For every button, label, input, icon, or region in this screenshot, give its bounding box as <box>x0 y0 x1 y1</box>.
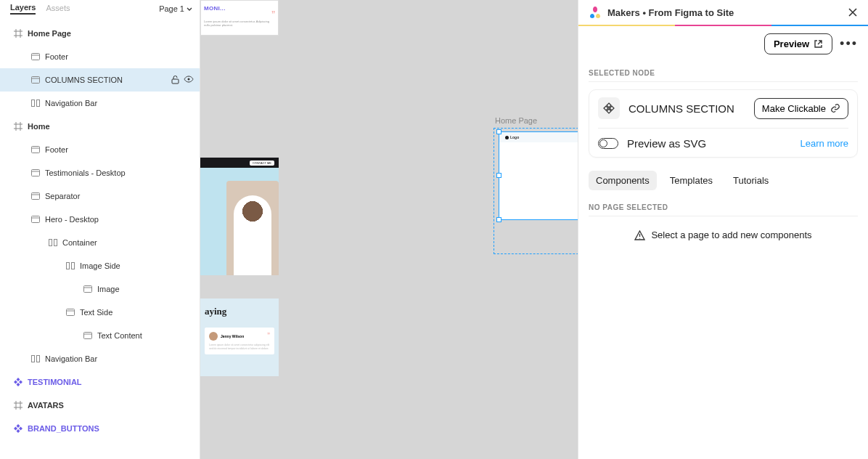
canvas[interactable]: MONI... ” Lorem ipsum dolor sit amet con… <box>200 0 578 459</box>
no-page-label: NO PAGE SELECTED <box>589 196 858 216</box>
plugin-logo-icon <box>589 6 602 19</box>
artboard-tag: MONI... <box>204 5 275 12</box>
layer-label: Footer <box>45 145 68 154</box>
preview-svg-toggle[interactable] <box>598 138 618 149</box>
layer-row[interactable]: Container <box>0 231 200 254</box>
link-icon <box>830 103 840 113</box>
avatar <box>209 332 218 341</box>
layer-label: COLUMNS SECTION <box>45 76 123 84</box>
quote-mark-icon: ” <box>204 12 275 17</box>
layer-label: Container <box>62 238 97 247</box>
columns-icon <box>48 237 58 248</box>
author-name: Jenny Wilson <box>221 334 244 338</box>
svg-rect-13 <box>72 263 75 269</box>
artboard-hero-preview[interactable]: CONTACT ME <box>200 158 279 275</box>
tab-assets[interactable]: Assets <box>46 4 70 14</box>
layer-label: Navigation Bar <box>45 99 97 107</box>
testimonial-card: Jenny Wilson ” Lorem ipsum dolor sit ame… <box>205 328 274 354</box>
layer-row[interactable]: Separator <box>0 184 200 208</box>
layer-row[interactable]: Navigation Bar <box>0 92 200 115</box>
group-icon <box>83 284 93 294</box>
external-link-icon <box>814 39 823 49</box>
svg-rect-2 <box>172 79 179 84</box>
group-icon <box>30 214 41 224</box>
frame-icon <box>13 400 23 410</box>
close-button[interactable] <box>848 7 858 17</box>
resize-handle[interactable] <box>496 129 501 134</box>
svg-rect-18 <box>37 356 40 362</box>
plugin-body: SELECTED NODE COLUMNS SECTION Make Click… <box>578 62 868 459</box>
resize-handle[interactable] <box>496 217 501 222</box>
layer-row[interactable]: TESTIMONIAL <box>0 370 200 394</box>
tab-components[interactable]: Components <box>589 171 657 190</box>
layer-row[interactable]: COLUMNS SECTION <box>0 68 200 92</box>
logo-icon <box>505 136 509 139</box>
layer-label: Home Page <box>28 29 71 38</box>
group-icon <box>30 52 41 62</box>
selection-bounds: Logo Home About Services CONTACT ME 1440… <box>494 128 578 254</box>
panel-header: Layers Assets Page 1 <box>0 0 200 17</box>
group-icon <box>30 168 41 178</box>
layer-row[interactable]: Home Page <box>0 22 200 45</box>
group-icon <box>30 191 41 201</box>
tab-tutorials[interactable]: Tutorials <box>726 171 776 190</box>
layer-row[interactable]: Home <box>0 115 200 138</box>
layer-label: BRAND_BUTTONS <box>28 424 99 433</box>
unlock-icon[interactable] <box>171 76 179 84</box>
layer-label: Image Side <box>80 261 120 270</box>
make-clickable-button[interactable]: Make Clickable <box>754 98 848 119</box>
warning-icon <box>634 230 645 240</box>
placeholder-text: Lorem ipsum dolor sit amet consectetur a… <box>209 344 270 350</box>
layer-row[interactable]: Hero - Desktop <box>0 208 200 231</box>
selected-frame[interactable]: Home Page Logo Home About Services CONTA… <box>494 116 578 254</box>
artboard-testimonials-section[interactable]: aying Jenny Wilson ” Lorem ipsum dolor s… <box>200 298 279 376</box>
svg-rect-9 <box>32 216 40 223</box>
logo: Logo <box>505 135 519 139</box>
frame-icon <box>13 28 23 38</box>
preview-svg-label: Preview as SVG <box>627 137 706 150</box>
layer-row[interactable]: Footer <box>0 45 200 68</box>
svg-rect-4 <box>32 100 35 107</box>
layer-row[interactable]: Image Side <box>0 254 200 277</box>
columns-section-node[interactable]: Logo Home About Services CONTACT ME <box>499 131 578 220</box>
preview-button[interactable]: Preview <box>764 33 832 54</box>
svg-rect-12 <box>67 263 70 269</box>
group-icon <box>30 75 41 85</box>
svg-rect-16 <box>84 333 92 339</box>
tab-layers[interactable]: Layers <box>10 3 36 15</box>
page-selector[interactable]: Page 1 <box>159 4 192 13</box>
plugin-actions: Preview ••• <box>578 26 868 62</box>
svg-rect-8 <box>32 193 40 200</box>
group-icon <box>65 307 75 317</box>
layer-row[interactable]: Image <box>0 277 200 301</box>
svg-rect-6 <box>32 147 40 153</box>
layer-row[interactable]: BRAND_BUTTONS <box>0 417 200 440</box>
resize-handle[interactable] <box>496 173 501 178</box>
layer-row[interactable]: AVATARS <box>0 394 200 417</box>
visibility-icon[interactable] <box>184 76 194 83</box>
columns-icon <box>65 261 75 271</box>
svg-rect-0 <box>32 54 40 60</box>
layer-row[interactable]: Text Side <box>0 301 200 324</box>
more-menu-button[interactable]: ••• <box>840 36 858 52</box>
svg-rect-14 <box>84 286 92 293</box>
layers-tree[interactable]: Home PageFooterCOLUMNS SECTIONNavigation… <box>0 17 200 459</box>
learn-more-link[interactable]: Learn more <box>801 138 848 149</box>
tab-templates[interactable]: Templates <box>663 171 720 190</box>
section-heading: aying <box>205 306 274 317</box>
layer-row[interactable]: Navigation Bar <box>0 347 200 370</box>
hero-image <box>226 181 279 275</box>
layer-row[interactable]: Footer <box>0 138 200 161</box>
plugin-title: Makers • From Figma to Site <box>607 7 734 18</box>
make-clickable-label: Make Clickable <box>762 103 826 114</box>
artboard-testimonial-preview[interactable]: MONI... ” Lorem ipsum dolor sit amet con… <box>200 0 279 36</box>
svg-rect-11 <box>54 240 57 246</box>
preview-svg-row: Preview as SVG Learn more <box>598 137 848 150</box>
layer-label: Separator <box>45 192 80 200</box>
layer-row[interactable]: Text Content <box>0 324 200 347</box>
layer-label: Footer <box>45 52 68 61</box>
page-selector-label: Page 1 <box>159 4 184 13</box>
layer-row[interactable]: Testimonials - Desktop <box>0 161 200 184</box>
layer-label: Hero - Desktop <box>45 215 99 224</box>
columns-icon <box>30 354 41 364</box>
